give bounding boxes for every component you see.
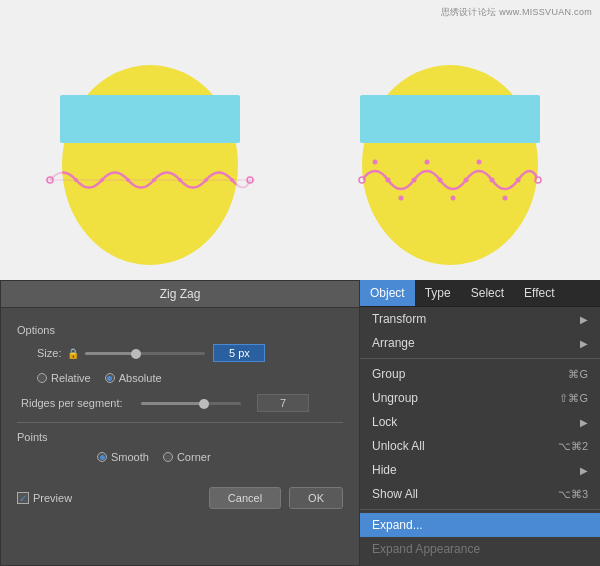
svg-point-19 <box>399 196 404 201</box>
points-label: Points <box>17 431 343 443</box>
menu-item-unlock-all[interactable]: Unlock All ⌥⌘2 <box>360 434 600 458</box>
points-section: Points Smooth Corner <box>17 431 343 463</box>
relative-radio-circle <box>37 373 47 383</box>
dialog-footer: ✓ Preview Cancel OK <box>1 477 359 519</box>
ridges-slider[interactable] <box>141 402 241 405</box>
menu-item-group[interactable]: Group ⌘G <box>360 362 600 386</box>
svg-point-21 <box>425 160 430 165</box>
size-label: Size: <box>37 347 61 359</box>
right-egg-svg <box>340 10 560 270</box>
illustration-area: 思绣设计论坛 www.MISSVUAN.com <box>0 0 600 280</box>
smooth-radio[interactable]: Smooth <box>97 451 149 463</box>
corner-radio-circle <box>163 452 173 462</box>
svg-point-25 <box>477 160 482 165</box>
svg-point-22 <box>438 178 443 183</box>
menu-item-arrange[interactable]: Arrange ▶ <box>360 331 600 355</box>
right-egg-panel <box>300 0 600 280</box>
size-input[interactable]: 5 px <box>213 344 265 362</box>
bottom-section: Zig Zag Options Size: 🔒 5 px Relative <box>0 280 600 566</box>
menu-item-expand-appearance[interactable]: Expand Appearance <box>360 537 600 561</box>
corner-label: Corner <box>177 451 211 463</box>
svg-rect-14 <box>360 95 540 143</box>
svg-point-28 <box>516 178 521 183</box>
absolute-radio-circle <box>105 373 115 383</box>
ridges-slider-fill <box>141 402 201 405</box>
smooth-radio-circle <box>97 452 107 462</box>
svg-point-17 <box>373 160 378 165</box>
preview-check[interactable]: ✓ Preview <box>17 492 72 504</box>
relative-radio[interactable]: Relative <box>37 372 91 384</box>
ridges-label: Ridges per segment: <box>21 397 141 409</box>
menu-item-lock[interactable]: Lock ▶ <box>360 410 600 434</box>
ridges-row: Ridges per segment: 7 <box>17 394 343 412</box>
menu-item-ungroup[interactable]: Ungroup ⇧⌘G <box>360 386 600 410</box>
left-egg-panel <box>0 0 300 280</box>
menu-item-hide[interactable]: Hide ▶ <box>360 458 600 482</box>
lock-icon: 🔒 <box>67 348 79 359</box>
menu-bar-type[interactable]: Type <box>415 280 461 306</box>
dialog-body: Options Size: 🔒 5 px Relative <box>1 308 359 473</box>
zigzag-dialog: Zig Zag Options Size: 🔒 5 px Relative <box>0 280 360 566</box>
options-label: Options <box>17 324 343 336</box>
menu-bar-effect[interactable]: Effect <box>514 280 564 306</box>
separator-2 <box>360 509 600 510</box>
menu-item-show-all[interactable]: Show All ⌥⌘3 <box>360 482 600 506</box>
svg-point-20 <box>412 178 417 183</box>
ridges-slider-thumb <box>199 399 209 409</box>
menu-bar-select[interactable]: Select <box>461 280 514 306</box>
dialog-title: Zig Zag <box>1 281 359 308</box>
size-slider-fill <box>85 352 133 355</box>
svg-point-23 <box>451 196 456 201</box>
corner-radio[interactable]: Corner <box>163 451 211 463</box>
size-slider-thumb <box>131 349 141 359</box>
divider <box>17 422 343 423</box>
relative-absolute-group: Relative Absolute <box>17 372 343 384</box>
separator-1 <box>360 358 600 359</box>
svg-rect-1 <box>60 95 240 143</box>
size-row: Size: 🔒 5 px <box>17 344 343 362</box>
left-egg-svg <box>40 10 260 270</box>
ridges-input[interactable]: 7 <box>257 394 309 412</box>
cancel-button[interactable]: Cancel <box>209 487 281 509</box>
menu-bar-object[interactable]: Object <box>360 280 415 306</box>
preview-checkbox[interactable]: ✓ <box>17 492 29 504</box>
button-group: Cancel OK <box>209 487 343 509</box>
smooth-label: Smooth <box>111 451 149 463</box>
ok-button[interactable]: OK <box>289 487 343 509</box>
menu-bar: Object Type Select Effect <box>360 280 600 307</box>
points-row: Smooth Corner <box>17 451 343 463</box>
absolute-radio[interactable]: Absolute <box>105 372 162 384</box>
absolute-label: Absolute <box>119 372 162 384</box>
preview-label: Preview <box>33 492 72 504</box>
menu-panel: Object Type Select Effect Transform ▶ Ar… <box>360 280 600 566</box>
menu-item-expand[interactable]: Expand... <box>360 513 600 537</box>
svg-point-18 <box>386 178 391 183</box>
size-slider[interactable] <box>85 352 205 355</box>
menu-item-transform[interactable]: Transform ▶ <box>360 307 600 331</box>
relative-label: Relative <box>51 372 91 384</box>
svg-point-26 <box>490 178 495 183</box>
svg-point-24 <box>464 178 469 183</box>
svg-point-27 <box>503 196 508 201</box>
